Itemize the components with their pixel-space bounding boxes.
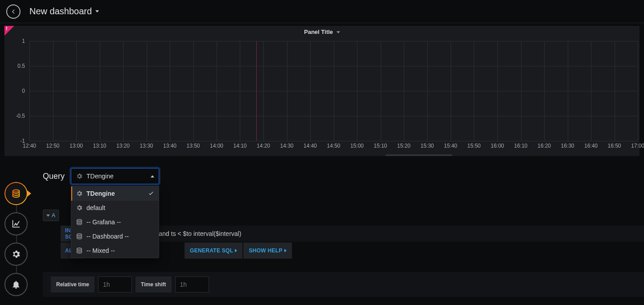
x-tick: 16:10 — [514, 143, 527, 149]
tab-alert[interactable] — [4, 273, 28, 296]
panel-title: Panel Title — [304, 29, 333, 35]
y-tick: 1 — [22, 38, 25, 44]
editor-tab-rail — [4, 182, 29, 303]
datasource-option-label: -- Mixed -- — [86, 247, 115, 254]
datasource-option-label: TDengine — [86, 190, 115, 197]
drag-handle[interactable] — [386, 154, 452, 156]
x-tick: 15:10 — [373, 143, 387, 149]
x-tick: 15:00 — [350, 143, 364, 149]
tab-queries[interactable] — [4, 182, 28, 205]
x-tick: 15:50 — [467, 143, 480, 149]
x-tick: 13:20 — [116, 143, 130, 149]
query-editor: Query TDengine TDenginedefault-- Grafana… — [43, 164, 644, 305]
x-tick: 12:50 — [46, 143, 59, 149]
query-row-letter: A — [52, 212, 55, 218]
x-tick: 14:40 — [304, 143, 317, 149]
chevron-right-icon — [284, 249, 287, 252]
datasource-option[interactable]: -- Mixed -- — [71, 243, 159, 258]
relative-time-input[interactable] — [98, 276, 132, 293]
x-tick: 16:40 — [584, 143, 598, 149]
relative-time-label: Relative time — [51, 276, 94, 293]
plot-area[interactable] — [29, 41, 638, 141]
sql-input[interactable]: tem) from log.dn where ts >= $from and t… — [86, 226, 644, 242]
x-tick: 13:40 — [163, 143, 176, 149]
x-tick: 14:10 — [233, 143, 246, 149]
x-tick: 17:00 — [631, 143, 644, 149]
panel-error-indicator[interactable] — [4, 26, 14, 36]
x-tick: 14:20 — [257, 143, 270, 149]
x-tick: 16:30 — [561, 143, 574, 149]
datasource-select[interactable]: TDengine — [71, 168, 159, 184]
generate-sql-button[interactable]: GENERATE SQL — [185, 243, 242, 259]
x-tick: 15:20 — [397, 143, 410, 149]
x-tick: 14:50 — [327, 143, 340, 149]
chevron-down-icon — [336, 31, 340, 33]
time-shift-input[interactable] — [175, 276, 209, 293]
x-axis: 12:4012:5013:0013:1013:2013:3013:4013:50… — [29, 143, 638, 152]
datasource-option-label: default — [86, 204, 105, 211]
editor-header: New dashboard — [0, 0, 644, 23]
x-tick: 13:50 — [186, 143, 200, 149]
arrow-left-icon — [10, 8, 16, 15]
x-tick: 13:10 — [93, 143, 106, 149]
chevron-down-icon — [95, 10, 99, 12]
now-marker — [256, 41, 257, 141]
datasource-option[interactable]: -- Dashboard -- — [71, 229, 159, 243]
tab-general[interactable] — [4, 243, 28, 266]
x-tick: 14:00 — [210, 143, 223, 149]
y-tick: -0.5 — [16, 113, 25, 119]
y-tick: 0.5 — [17, 63, 25, 69]
tab-visualization[interactable] — [4, 212, 28, 235]
back-button[interactable] — [6, 4, 21, 19]
check-icon — [148, 190, 154, 198]
y-tick: 0 — [22, 88, 25, 94]
datasource-dropdown-menu: TDenginedefault-- Grafana ---- Dashboard… — [71, 186, 159, 258]
chevron-up-icon — [151, 175, 154, 177]
datasource-option-label: -- Grafana -- — [86, 218, 121, 226]
x-tick: 13:00 — [70, 143, 83, 149]
x-tick: 13:30 — [139, 143, 153, 149]
database-icon — [76, 247, 83, 254]
bell-icon — [11, 280, 21, 289]
chevron-right-icon — [235, 249, 237, 252]
cog-icon — [76, 173, 83, 180]
x-tick: 12:40 — [23, 143, 36, 149]
x-tick: 15:30 — [420, 143, 434, 149]
show-help-button[interactable]: SHOW HELP — [243, 243, 291, 259]
query-options: Relative time Time shift — [43, 272, 644, 297]
chart-area: -1-0.500.51 12:4012:5013:0013:1013:2013:… — [8, 39, 638, 152]
cog-icon — [76, 204, 83, 211]
x-tick: 16:20 — [537, 143, 551, 149]
datasource-option[interactable]: default — [71, 201, 159, 215]
graph-panel: Panel Title -1-0.500.51 12:4012:5013:001… — [4, 26, 640, 156]
x-tick: 14:30 — [280, 143, 293, 149]
gear-icon — [11, 249, 21, 259]
query-row-toggle[interactable]: A — [43, 210, 59, 221]
chart-icon — [11, 219, 21, 229]
datasource-option[interactable]: TDengine — [71, 186, 159, 201]
datasource-option[interactable]: -- Grafana -- — [71, 215, 159, 229]
cog-icon — [76, 190, 83, 197]
datasource-option-label: -- Dashboard -- — [86, 233, 129, 240]
database-icon — [76, 233, 83, 240]
panel-title-dropdown[interactable]: Panel Title — [4, 26, 640, 35]
database-icon — [11, 189, 21, 198]
chevron-down-icon — [46, 214, 50, 217]
x-tick: 16:50 — [607, 143, 621, 149]
y-axis: -1-0.500.51 — [8, 41, 28, 141]
x-tick: 16:00 — [491, 143, 504, 149]
query-section-label: Query — [43, 172, 65, 181]
datasource-selected-label: TDengine — [86, 173, 151, 180]
dashboard-title-dropdown[interactable]: New dashboard — [29, 6, 99, 16]
time-shift-label: Time shift — [135, 276, 171, 293]
x-tick: 15:40 — [444, 143, 457, 149]
dashboard-title: New dashboard — [29, 6, 92, 16]
database-icon — [76, 218, 83, 226]
